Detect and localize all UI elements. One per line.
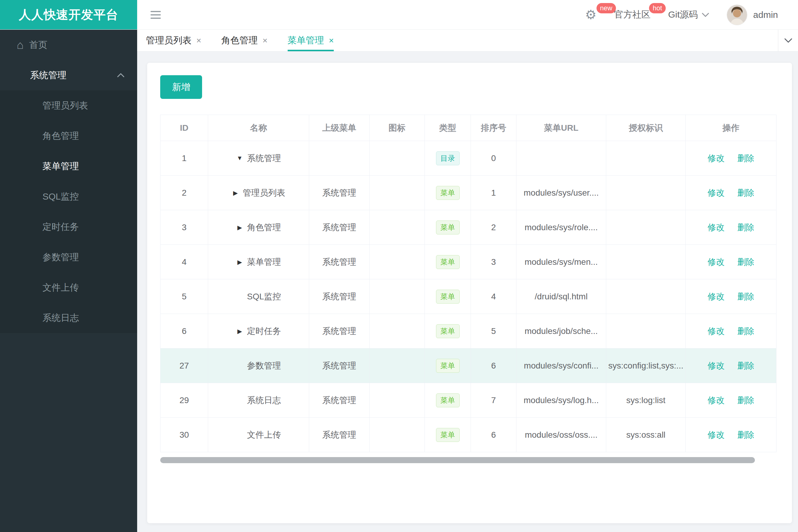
avatar-image [727,5,747,25]
tree-expand-icon[interactable]: ▼ [236,155,243,162]
edit-link[interactable]: 修改 [708,223,725,232]
community-link[interactable]: 官方社区 hot [614,8,651,21]
hamburger-bar [150,14,161,16]
cell-type: 菜单 [425,176,471,210]
brand-logo[interactable]: 人人快速开发平台 [0,0,137,30]
git-source-label: Git源码 [668,8,698,21]
sidebar-group-system[interactable]: 系统管理 [0,60,137,90]
app-root: 人人快速开发平台 ⚙ new 官方社区 hot Git源码 [0,0,798,532]
cell-order: 6 [471,418,516,452]
cell-name: ▼ 系统管理 [208,141,309,176]
edit-link[interactable]: 修改 [708,292,725,301]
delete-link[interactable]: 删除 [737,361,754,370]
edit-link[interactable]: 修改 [708,326,725,336]
table-row: 6 ▶ 定时任务 系统管理 菜单 5 modules/job/sche... 修… [161,314,777,348]
delete-link[interactable]: 删除 [737,430,754,439]
sidebar-item[interactable]: 菜单管理 [0,151,137,182]
cell-actions: 修改 删除 [686,348,777,383]
cell-parent: 系统管理 [309,348,370,383]
cell-name: 参数管理 [208,348,309,383]
cell-type: 菜单 [425,418,471,452]
type-tag: 菜单 [436,290,460,304]
delete-link[interactable]: 删除 [737,188,754,197]
edit-link[interactable]: 修改 [708,257,725,267]
cell-parent: 系统管理 [309,418,370,452]
cell-parent [309,141,370,176]
tab-admin-list[interactable]: 管理员列表 × [146,30,201,51]
git-source-link[interactable]: Git源码 [668,8,709,21]
edit-link[interactable]: 修改 [708,361,725,370]
type-tag: 菜单 [436,428,460,442]
cell-icon [370,279,425,314]
table-row: 3 ▶ 角色管理 系统管理 菜单 2 modules/sys/role.... … [161,210,777,245]
close-icon[interactable]: × [196,36,201,45]
cell-perm: sys:oss:all [606,418,686,452]
type-tag: 菜单 [436,255,460,269]
tab-role-management[interactable]: 角色管理 × [221,30,267,51]
add-button[interactable]: 新增 [160,75,202,99]
tree-expand-icon[interactable]: ▶ [236,259,243,266]
cell-icon [370,383,425,418]
sidebar-item[interactable]: 系统日志 [0,303,137,333]
menu-name: 系统管理 [247,153,281,164]
horizontal-scrollbar [160,457,776,463]
cell-order: 6 [471,348,516,383]
cell-id: 27 [161,348,208,383]
sidebar-item[interactable]: SQL监控 [0,182,137,212]
menu-table-grid: ID 名称 上级菜单 图标 类型 排序号 菜单URL 授权标识 操作 [160,115,777,452]
sidebar-item[interactable]: 文件上传 [0,272,137,303]
delete-link[interactable]: 删除 [737,396,754,405]
cell-actions: 修改 删除 [686,141,777,176]
settings-button[interactable]: ⚙ new [585,8,596,21]
menu-name: 菜单管理 [247,256,281,268]
edit-link[interactable]: 修改 [708,188,725,197]
cell-perm: sys:log:list [606,383,686,418]
cell-url: modules/sys/confi... [516,348,606,383]
table-row: 1 ▼ 系统管理 目录 0 修改 删除 [161,141,777,176]
sidebar-item-home[interactable]: ⌂ 首页 [0,30,137,60]
edit-link[interactable]: 修改 [708,396,725,405]
delete-link[interactable]: 删除 [737,223,754,232]
user-menu[interactable]: admin [727,5,778,25]
scrollbar-thumb[interactable] [160,457,755,463]
cell-order: 5 [471,314,516,348]
sidebar-item[interactable]: 参数管理 [0,242,137,272]
cell-icon [370,314,425,348]
cell-actions: 修改 删除 [686,418,777,452]
tabs-dropdown-button[interactable] [778,30,798,51]
sidebar-group-label: 系统管理 [30,69,67,81]
cell-id: 4 [161,245,208,279]
tree-expand-icon[interactable]: ▶ [236,224,243,231]
tab-menu-management[interactable]: 菜单管理 × [287,30,334,51]
hamburger-menu-icon[interactable] [150,9,161,21]
sidebar-item[interactable]: 管理员列表 [0,90,137,121]
delete-link[interactable]: 删除 [737,257,754,267]
top-header: 人人快速开发平台 ⚙ new 官方社区 hot Git源码 [0,0,798,30]
delete-link[interactable]: 删除 [737,292,754,301]
close-icon[interactable]: × [262,36,267,45]
menu-name: 管理员列表 [243,187,285,199]
type-tag: 目录 [436,151,460,165]
cell-url [516,141,606,176]
cell-icon [370,418,425,452]
table-row: 27 参数管理 系统管理 菜单 6 modules/sys/confi... s… [161,348,777,383]
menu-table: ID 名称 上级菜单 图标 类型 排序号 菜单URL 授权标识 操作 [160,115,779,463]
type-tag: 菜单 [436,324,460,338]
cell-order: 1 [471,176,516,210]
close-icon[interactable]: × [329,36,334,45]
col-parent: 上级菜单 [309,115,370,141]
table-row: 4 ▶ 菜单管理 系统管理 菜单 3 modules/sys/men... 修改… [161,245,777,279]
tree-expand-icon[interactable]: ▶ [232,189,239,196]
delete-link[interactable]: 删除 [737,153,754,163]
cell-actions: 修改 删除 [686,314,777,348]
sidebar-item[interactable]: 角色管理 [0,121,137,151]
sidebar-item[interactable]: 定时任务 [0,212,137,242]
tree-expand-icon[interactable]: ▶ [236,327,243,335]
cell-order: 0 [471,141,516,176]
cell-type: 菜单 [425,314,471,348]
delete-link[interactable]: 删除 [737,326,754,336]
cell-url: modules/sys/log.h... [516,383,606,418]
cell-parent: 系统管理 [309,245,370,279]
edit-link[interactable]: 修改 [708,153,725,163]
edit-link[interactable]: 修改 [708,430,725,439]
